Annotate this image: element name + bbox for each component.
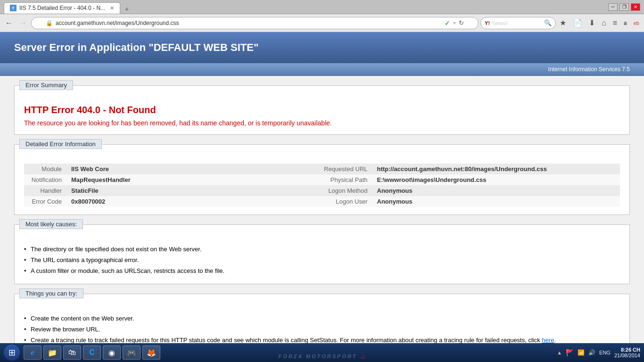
handler-label: Handler bbox=[24, 185, 66, 196]
yahoo-logo: Y! bbox=[485, 20, 490, 26]
verify-icon: ✓ bbox=[445, 19, 450, 27]
clock-time: 8:26 CH bbox=[614, 347, 640, 353]
error-summary-section: Error Summary HTTP Error 404.0 - Not Fou… bbox=[14, 85, 630, 135]
tab-favicon: e bbox=[10, 5, 17, 11]
new-tab-button[interactable]: + bbox=[122, 4, 132, 14]
store-icon: 🛍 bbox=[67, 348, 77, 357]
minimize-button[interactable]: ─ bbox=[608, 3, 618, 11]
amazon-button[interactable]: a bbox=[622, 19, 629, 27]
list-item: The URL contains a typographical error. bbox=[24, 255, 620, 265]
detailed-error-title: Detailed Error Information bbox=[19, 139, 102, 149]
folder-icon: 📁 bbox=[48, 348, 57, 357]
list-item: A custom filter or module, such as URLSc… bbox=[24, 265, 620, 276]
title-bar: e IIS 7.5 Detailed Error - 404.0 - N... … bbox=[0, 0, 644, 14]
error-code-label: Error Code bbox=[24, 196, 66, 207]
restore-button[interactable]: ❐ bbox=[619, 3, 629, 11]
tab-close-button[interactable]: ✕ bbox=[110, 5, 114, 11]
detail-right: Requested URL http://account.gamethuvn.n… bbox=[322, 164, 620, 207]
refresh-button[interactable]: ↻ bbox=[459, 19, 464, 26]
address-text: account.gamethuvn.net/images/Underground… bbox=[56, 20, 442, 26]
list-item: Review the browser URL. bbox=[24, 324, 620, 335]
nav-icons: ★ 📄 ⬇ ⌂ ≡ a eb bbox=[558, 17, 641, 28]
browser2-icon: C bbox=[87, 348, 97, 357]
download-button[interactable]: ⬇ bbox=[587, 17, 597, 28]
window-controls: ─ ❐ ✕ bbox=[608, 3, 640, 11]
list-item: The directory or file specified does not… bbox=[24, 244, 620, 255]
error-description: The resource you are looking for has bee… bbox=[24, 119, 620, 127]
active-tab[interactable]: e IIS 7.5 Detailed Error - 404.0 - N... … bbox=[4, 2, 120, 14]
handler-value: StaticFile bbox=[66, 185, 322, 196]
table-row: Logon Method Anonymous bbox=[322, 185, 620, 196]
here-link[interactable]: here bbox=[542, 337, 554, 344]
start-button[interactable]: ⊞ bbox=[4, 345, 20, 361]
iis-header: Server Error in Application "DEFAULT WEB… bbox=[0, 32, 644, 63]
detailed-error-content: Module IIS Web Core Notification MapRequ… bbox=[15, 154, 629, 214]
ebay-button[interactable]: eb bbox=[632, 19, 641, 27]
taskbar-ie-icon[interactable]: e bbox=[24, 346, 41, 360]
taskbar-browser2[interactable]: C bbox=[83, 346, 101, 360]
search-bar[interactable]: Y! Yahoo! 🔍 bbox=[480, 17, 556, 29]
tab-strip: e IIS 7.5 Detailed Error - 404.0 - N... … bbox=[4, 0, 132, 14]
page-content: Server Error in Application "DEFAULT WEB… bbox=[0, 32, 644, 362]
iis-body: Error Summary HTTP Error 404.0 - Not Fou… bbox=[0, 76, 644, 362]
logon-method-value: Anonymous bbox=[372, 185, 620, 196]
table-row: Logon User Anonymous bbox=[322, 196, 620, 207]
requested-url-value: http://account.gamethuvn.net:80/images/U… bbox=[372, 164, 620, 174]
reading-view-button[interactable]: 📄 bbox=[571, 17, 584, 28]
separator-icon: ▾ bbox=[453, 20, 456, 26]
flag-icon: 🚩 bbox=[566, 349, 574, 356]
address-bar[interactable]: 🔒 account.gamethuvn.net/images/Undergrou… bbox=[31, 17, 479, 29]
firefox-icon: 🦊 bbox=[147, 348, 156, 357]
chrome-icon: ◉ bbox=[107, 348, 116, 357]
list-item: Create the content on the Web server. bbox=[24, 313, 620, 324]
table-row: Handler StaticFile bbox=[24, 185, 322, 196]
iis-version: Internet Information Services 7.5 bbox=[548, 66, 630, 73]
logon-method-label: Logon Method bbox=[322, 185, 372, 196]
tab-title: IIS 7.5 Detailed Error - 404.0 - N... bbox=[19, 5, 105, 11]
table-row: Physical Path E:\wwwroot\images\Undergro… bbox=[322, 174, 620, 185]
ie-icon: e bbox=[28, 348, 37, 357]
title-bar-left: e IIS 7.5 Detailed Error - 404.0 - N... … bbox=[4, 0, 132, 14]
iis-subheader: Internet Information Services 7.5 bbox=[0, 63, 644, 76]
requested-url-label: Requested URL bbox=[322, 164, 372, 174]
taskbar-chrome[interactable]: ◉ bbox=[103, 346, 121, 360]
language-indicator[interactable]: ENG bbox=[599, 350, 611, 355]
navigation-bar: ← → 🔒 account.gamethuvn.net/images/Under… bbox=[0, 14, 644, 32]
physical-path-label: Physical Path bbox=[322, 174, 372, 185]
error-summary-title: Error Summary bbox=[19, 80, 73, 90]
physical-path-value: E:\wwwroot\images\Underground.css bbox=[372, 174, 620, 185]
taskbar-firefox[interactable]: 🦊 bbox=[142, 346, 160, 360]
most-likely-list: The directory or file specified does not… bbox=[24, 244, 620, 276]
most-likely-title: Most likely causes: bbox=[19, 219, 83, 229]
page-title: Server Error in Application "DEFAULT WEB… bbox=[14, 41, 258, 53]
taskbar-file-explorer[interactable]: 📁 bbox=[43, 346, 61, 360]
home-button[interactable]: ⌂ bbox=[600, 18, 608, 28]
taskbar-store[interactable]: 🛍 bbox=[63, 346, 81, 360]
security-icon: 🔒 bbox=[46, 20, 53, 26]
search-placeholder: Yahoo! bbox=[492, 20, 542, 26]
error-code-value: 0x80070002 bbox=[66, 196, 322, 207]
forward-button[interactable]: → bbox=[17, 18, 29, 28]
things-you-can-try-title: Things you can try: bbox=[19, 288, 83, 298]
favorites-star-button[interactable]: ★ bbox=[558, 17, 568, 28]
detail-table: Module IIS Web Core Notification MapRequ… bbox=[24, 164, 620, 207]
volume-icon: 🔊 bbox=[588, 349, 595, 356]
detailed-error-section: Detailed Error Information Module IIS We… bbox=[14, 144, 630, 215]
network-icon: 📶 bbox=[578, 349, 585, 356]
error-title: HTTP Error 404.0 - Not Found bbox=[24, 105, 620, 115]
taskbar: ⊞ e 📁 🛍 C ◉ 🎮 🦊 bbox=[0, 343, 644, 362]
taskbar-right: ▲ 🚩 📶 🔊 ENG 8:26 CH 21/08/2014 bbox=[557, 347, 640, 358]
error-summary-content: HTTP Error 404.0 - Not Found The resourc… bbox=[15, 95, 629, 134]
logon-user-label: Logon User bbox=[322, 196, 372, 207]
back-button[interactable]: ← bbox=[3, 18, 15, 28]
game-icon: 🎮 bbox=[127, 348, 136, 357]
most-likely-section: Most likely causes: The directory or fil… bbox=[14, 224, 630, 284]
taskbar-game[interactable]: 🎮 bbox=[123, 346, 140, 360]
close-button[interactable]: ✕ bbox=[631, 3, 640, 11]
browser-window: e IIS 7.5 Detailed Error - 404.0 - N... … bbox=[0, 0, 644, 362]
system-tray-expand[interactable]: ▲ bbox=[557, 350, 562, 355]
menu-button[interactable]: ≡ bbox=[611, 18, 619, 28]
table-row: Requested URL http://account.gamethuvn.n… bbox=[322, 164, 620, 174]
try-list: Create the content on the Web server. Re… bbox=[24, 313, 620, 346]
logon-user-value: Anonymous bbox=[372, 196, 620, 207]
